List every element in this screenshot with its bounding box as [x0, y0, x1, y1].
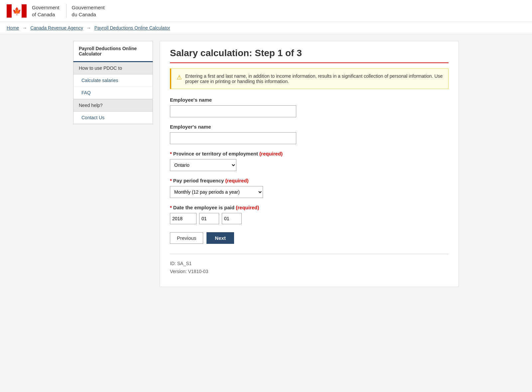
pay-period-label: *Pay period frequency (required)	[170, 178, 449, 183]
pay-period-group: *Pay period frequency (required) Monthly…	[170, 178, 449, 198]
pay-period-required-star: *	[170, 178, 172, 183]
svg-text:🍁: 🍁	[12, 7, 22, 16]
sidebar-nav: How to use PDOC to Calculate salaries FA…	[73, 62, 153, 124]
breadcrumb-pdoc[interactable]: Payroll Deductions Online Calculator	[94, 25, 170, 31]
sidebar-item-need-help[interactable]: Need help?	[73, 99, 153, 112]
footer-id: ID: SA_S1	[170, 261, 449, 266]
previous-button[interactable]: Previous	[170, 232, 203, 244]
footer-version: Version: V1810-03	[170, 269, 449, 274]
pay-period-select[interactable]: Monthly (12 pay periods a year) Semi-mon…	[170, 186, 263, 198]
employer-name-input[interactable]	[170, 132, 296, 144]
warning-icon: ⚠	[177, 74, 182, 81]
content-footer: ID: SA_S1 Version: V1810-03	[170, 254, 449, 274]
pay-period-required-text: (required)	[225, 178, 249, 183]
date-year-input[interactable]	[170, 213, 197, 224]
breadcrumb-sep-2: →	[86, 25, 91, 31]
date-group: *Date the employee is paid (required)	[170, 205, 449, 224]
date-inputs	[170, 213, 449, 224]
breadcrumb: Home → Canada Revenue Agency → Payroll D…	[0, 22, 532, 34]
svg-rect-1	[22, 4, 27, 18]
breadcrumb-sep-1: →	[22, 25, 27, 31]
breadcrumb-cra[interactable]: Canada Revenue Agency	[30, 25, 83, 31]
gov-header: 🍁 Government of Canada Gouvernement du C…	[0, 0, 532, 22]
gov-name-fr: Gouvernement du Canada	[66, 4, 105, 18]
employee-name-label: Employee's name	[170, 97, 449, 103]
sidebar-item-calculate-salaries[interactable]: Calculate salaries	[73, 74, 153, 87]
province-label: *Province or territory of employment (re…	[170, 151, 449, 156]
province-select[interactable]: Ontario Alberta British Columbia Manitob…	[170, 159, 236, 171]
date-required-text: (required)	[236, 205, 259, 210]
warning-box: ⚠ Entering a first and last name, in add…	[170, 68, 449, 89]
sidebar-title: Payroll Deductions Online Calculator	[73, 41, 153, 62]
employee-name-input[interactable]	[170, 105, 296, 117]
date-month-input[interactable]	[199, 213, 219, 224]
province-group: *Province or territory of employment (re…	[170, 151, 449, 171]
sidebar: Payroll Deductions Online Calculator How…	[73, 41, 153, 287]
page-title: Salary calculation: Step 1 of 3	[170, 48, 449, 63]
svg-rect-0	[7, 4, 12, 18]
next-button[interactable]: Next	[206, 232, 234, 244]
sidebar-item-how-to-use[interactable]: How to use PDOC to	[73, 62, 153, 74]
main-content: Salary calculation: Step 1 of 3 ⚠ Enteri…	[160, 41, 459, 287]
province-required-text: (required)	[259, 151, 283, 156]
province-required-star: *	[170, 151, 172, 156]
employer-name-group: Employer's name	[170, 124, 449, 144]
button-group: Previous Next	[170, 232, 449, 244]
employee-name-group: Employee's name	[170, 97, 449, 117]
date-day-input[interactable]	[222, 213, 242, 224]
canada-flag: 🍁	[7, 3, 27, 18]
sidebar-item-faq[interactable]: FAQ	[73, 87, 153, 99]
flag-icon: 🍁	[7, 4, 27, 18]
main-container: Payroll Deductions Online Calculator How…	[66, 41, 466, 287]
gov-name-en: Government of Canada	[32, 4, 60, 18]
employer-name-label: Employer's name	[170, 124, 449, 130]
date-label: *Date the employee is paid (required)	[170, 205, 449, 210]
warning-text: Entering a first and last name, in addit…	[185, 73, 443, 84]
sidebar-item-contact-us[interactable]: Contact Us	[73, 112, 153, 124]
breadcrumb-home[interactable]: Home	[7, 25, 19, 31]
date-required-star: *	[170, 205, 172, 210]
